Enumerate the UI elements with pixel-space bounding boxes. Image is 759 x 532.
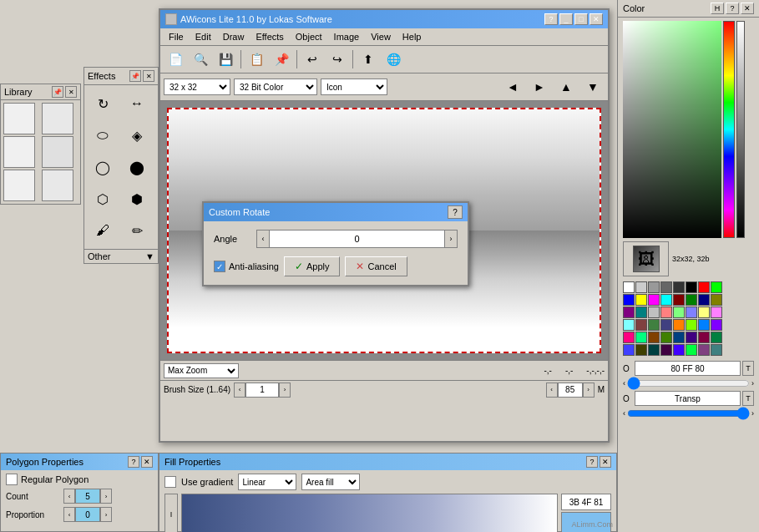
palette-cell[interactable]	[686, 319, 697, 331]
palette-cell[interactable]	[648, 332, 660, 343]
library-close[interactable]: ✕	[65, 86, 77, 98]
color-panel-help[interactable]: ?	[726, 3, 739, 14]
hue-bar[interactable]	[723, 21, 735, 238]
palette-cell[interactable]	[635, 319, 647, 331]
brush-decrement[interactable]: ‹	[234, 383, 245, 398]
menu-edit[interactable]: Edit	[190, 30, 216, 43]
palette-cell[interactable]	[698, 294, 710, 306]
tb-nav-left[interactable]: ◄	[501, 76, 524, 98]
lib-item-3[interactable]	[3, 136, 35, 168]
palette-cell[interactable]	[686, 332, 697, 343]
effects-close[interactable]: ✕	[143, 70, 154, 82]
palette-cell[interactable]	[711, 319, 722, 331]
palette-cell[interactable]	[648, 344, 660, 356]
tb-save[interactable]: 💾	[214, 48, 237, 70]
fill-help[interactable]: ?	[586, 456, 598, 468]
palette-cell[interactable]	[623, 307, 635, 318]
effects-pin[interactable]: 📌	[129, 70, 141, 82]
fx-sharpen[interactable]: ◈	[122, 120, 152, 150]
tb-paste[interactable]: 📌	[270, 48, 293, 70]
brush-input[interactable]	[245, 383, 279, 398]
palette-cell[interactable]	[660, 307, 672, 318]
polygon-close[interactable]: ✕	[141, 456, 153, 468]
tb-nav-up[interactable]: ▲	[554, 76, 578, 98]
palette-cell[interactable]	[686, 344, 697, 356]
lib-item-2[interactable]	[42, 103, 73, 134]
gradient-type-select[interactable]: Linear Radial Conical	[238, 474, 296, 490]
palette-cell[interactable]	[648, 307, 660, 318]
maximize-button[interactable]: □	[574, 13, 588, 25]
lib-item-1[interactable]	[3, 103, 35, 134]
brush-increment[interactable]: ›	[279, 383, 291, 398]
color-hex-input[interactable]	[635, 361, 741, 376]
fx-rotate[interactable]: ↻	[88, 89, 118, 119]
angle-increment[interactable]: ›	[444, 230, 458, 248]
palette-cell[interactable]	[623, 294, 635, 306]
fx-pen[interactable]: ✏	[122, 215, 152, 246]
count-input[interactable]	[75, 489, 100, 504]
library-pin[interactable]: 📌	[52, 86, 63, 98]
menu-view[interactable]: View	[366, 30, 396, 43]
fill-hex-input[interactable]	[561, 494, 611, 510]
type-select[interactable]: Icon Bitmap PNG	[321, 79, 387, 95]
palette-cell[interactable]	[660, 294, 672, 306]
count-increment[interactable]: ›	[100, 489, 112, 504]
palette-cell[interactable]	[673, 332, 685, 343]
regular-polygon-checkbox[interactable]	[6, 474, 18, 485]
palette-cell[interactable]	[698, 307, 710, 318]
polygon-help[interactable]: ?	[128, 456, 139, 468]
palette-cell[interactable]	[648, 294, 660, 306]
lib-item-5[interactable]	[3, 170, 35, 201]
palette-cell[interactable]	[686, 281, 697, 293]
menu-object[interactable]: Object	[291, 30, 327, 43]
palette-cell[interactable]	[673, 281, 685, 293]
fill-close[interactable]: ✕	[600, 456, 611, 468]
palette-cell[interactable]	[711, 344, 722, 356]
fx-hex-outline[interactable]: ⬡	[88, 184, 118, 214]
count-decrement[interactable]: ‹	[63, 489, 75, 504]
palette-cell[interactable]	[660, 281, 672, 293]
tb-redo[interactable]: ↪	[326, 48, 349, 70]
fx-flip[interactable]: ↔	[122, 89, 152, 119]
tb-copy[interactable]: 📋	[245, 48, 268, 70]
palette-cell[interactable]	[635, 307, 647, 318]
angle-input[interactable]	[270, 230, 444, 248]
color-panel-pin[interactable]: H	[711, 3, 724, 14]
fx-brush[interactable]: 🖌	[88, 215, 118, 246]
menu-effects[interactable]: Effects	[250, 30, 288, 43]
palette-cell[interactable]	[648, 281, 660, 293]
palette-cell[interactable]	[711, 281, 722, 293]
palette-cell[interactable]	[660, 319, 672, 331]
proportion-input[interactable]	[75, 507, 100, 522]
palette-cell[interactable]	[635, 281, 647, 293]
color-palette[interactable]	[623, 281, 754, 356]
size-select[interactable]: 32 x 32 16 x 16 48 x 48	[164, 79, 230, 95]
palette-cell[interactable]	[648, 319, 660, 331]
transp-slider-row[interactable]: ‹ ›	[618, 408, 759, 419]
zoom-input[interactable]	[558, 383, 583, 398]
transp-t-button[interactable]: T	[742, 391, 754, 406]
palette-cell[interactable]	[711, 307, 722, 318]
fx-hex-filled[interactable]: ⬢	[122, 184, 152, 214]
palette-cell[interactable]	[686, 294, 697, 306]
transp-slider[interactable]	[627, 408, 750, 418]
lib-item-6[interactable]	[42, 170, 73, 201]
antialias-checkbox[interactable]: ✓	[214, 261, 225, 272]
zoom-select[interactable]: Max Zoom 50% 100% 200%	[164, 363, 239, 378]
zoom-increment[interactable]: ›	[583, 383, 595, 398]
tb-open[interactable]: 🔍	[189, 48, 212, 70]
fx-circle[interactable]: ◯	[88, 152, 118, 182]
palette-cell[interactable]	[623, 319, 635, 331]
palette-cell[interactable]	[673, 294, 685, 306]
color-o-slider[interactable]	[627, 378, 750, 388]
palette-cell[interactable]	[623, 332, 635, 343]
palette-cell[interactable]	[698, 332, 710, 343]
apply-button[interactable]: ✓ Apply	[284, 256, 341, 276]
antialias-check-group[interactable]: ✓ Anti-aliasing	[214, 261, 279, 272]
cancel-button[interactable]: ✕ Cancel	[345, 256, 407, 276]
tb-import[interactable]: ⬆	[357, 48, 380, 70]
other-dropdown[interactable]: Other ▼	[84, 249, 158, 263]
bitcolor-select[interactable]: 32 Bit Color 8 Bit Color 24 Bit Color	[234, 79, 317, 95]
tb-web[interactable]: 🌐	[382, 48, 405, 70]
use-gradient-checkbox[interactable]	[164, 476, 176, 488]
